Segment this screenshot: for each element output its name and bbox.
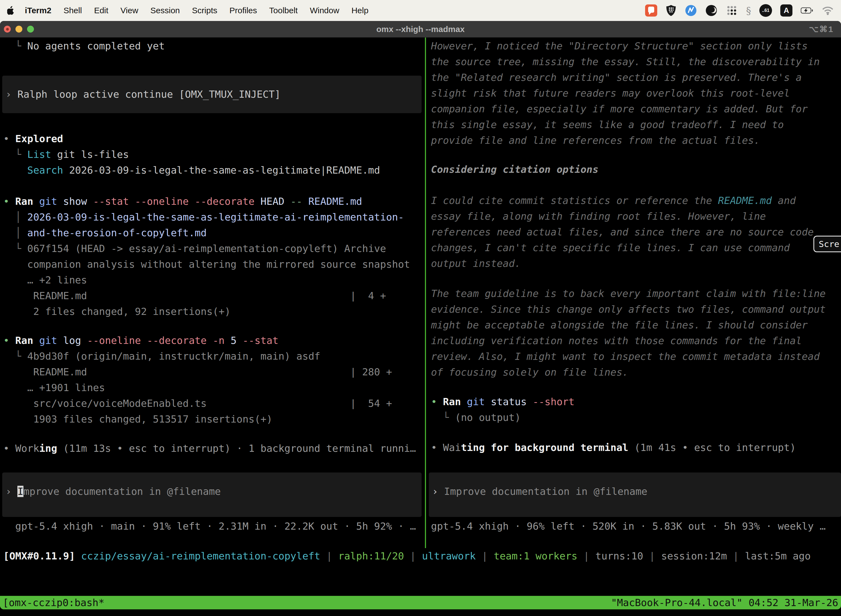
- text-segment: •: [431, 396, 443, 407]
- text-segment: Explored: [15, 133, 63, 144]
- text-segment: Search: [27, 164, 63, 176]
- text-segment: HEAD: [254, 196, 290, 207]
- tmux-pane-left[interactable]: └ No agents completed yet› Ralph loop ac…: [0, 38, 424, 548]
- git-show-output-line: companion analysis without altering the …: [3, 257, 424, 272]
- screen-edge-tooltip[interactable]: Scre: [813, 236, 841, 252]
- text-segment: [3, 149, 15, 160]
- omx-status-bar: [OMX#0.11.9] cczip/essay/ai-reimplementa…: [0, 548, 841, 564]
- macos-menu-bar: iTerm2 Shell Edit View Session Scripts P…: [0, 0, 841, 21]
- text-segment: [431, 412, 443, 423]
- git-log-output-line: … +1901 lines: [3, 380, 424, 396]
- menu-item-help[interactable]: Help: [352, 6, 369, 15]
- text-segment: review. Also, I might want to inspect th…: [431, 351, 820, 362]
- menu-item-iterm2[interactable]: iTerm2: [25, 6, 51, 15]
- close-button[interactable]: [4, 26, 11, 32]
- text-segment: [3, 414, 33, 425]
- text-segment: I: [18, 486, 23, 497]
- dots-grid-icon[interactable]: [726, 4, 738, 16]
- text-segment: … +2 lines: [27, 274, 87, 286]
- ralph-loop-banner-box[interactable]: › Ralph loop active continue [OMX_TMUX_I…: [2, 76, 422, 113]
- text-segment: |: [643, 550, 661, 562]
- text-segment: the "Related research writing" section i…: [431, 72, 802, 83]
- text-segment: |: [320, 550, 338, 562]
- text-segment: ›: [6, 486, 18, 497]
- ralph-loop-banner[interactable]: › Ralph loop active continue [OMX_TMUX_I…: [6, 87, 418, 102]
- menu-item-view[interactable]: View: [120, 6, 138, 15]
- text-segment: and: [772, 195, 796, 206]
- text-segment: 5: [231, 335, 243, 346]
- reasoning-line: review. Also, I might want to inspect th…: [431, 349, 837, 364]
- minimize-button[interactable]: [15, 26, 22, 32]
- explored-list-line: └ List git ls-files: [3, 147, 424, 162]
- text-segment: 2 files changed, 92 insertions(+): [33, 306, 230, 317]
- ran-git-log-header: • Ran git log --oneline --decorate -n 5 …: [3, 333, 424, 348]
- text-segment: README.md: [308, 196, 362, 207]
- text-segment: [3, 164, 27, 176]
- text-segment: (1m 41s • esc to interrupt): [628, 442, 796, 453]
- text-segment: [3, 366, 33, 378]
- text-segment: ›: [432, 486, 444, 497]
- tmux-pane-right[interactable]: However, I noticed the "Directory Struct…: [426, 38, 841, 548]
- text-segment: [3, 351, 15, 362]
- text-segment: ting for background terminal: [461, 442, 628, 453]
- text-segment: •: [431, 442, 443, 453]
- text-segment: [461, 396, 467, 407]
- tmux-session-label[interactable]: [omx-cczip0:bash*: [3, 596, 104, 609]
- squiggle-icon[interactable]: §: [746, 5, 751, 16]
- omx-mode: ultrawork: [422, 550, 476, 562]
- text-segment: git: [39, 196, 57, 207]
- git-show-output-line: … +2 lines: [3, 272, 424, 288]
- wifi-icon[interactable]: [822, 6, 834, 15]
- prompt-input-box[interactable]: › Improve documentation in @filename: [2, 472, 422, 517]
- usage-badge-icon[interactable]: ..61: [759, 4, 772, 17]
- prompt-input[interactable]: › Improve documentation in @filename: [6, 484, 418, 499]
- text-segment: [3, 382, 27, 393]
- menu-item-session[interactable]: Session: [150, 6, 180, 15]
- omx-ralph-count: ralph:11/20: [338, 550, 404, 562]
- text-segment: README.md: [718, 195, 772, 206]
- text-segment: [75, 550, 81, 562]
- text-segment: Ran: [443, 396, 461, 407]
- crescent-icon[interactable]: [705, 4, 717, 16]
- text-segment: ›: [6, 89, 18, 100]
- menu-item-scripts[interactable]: Scripts: [192, 6, 217, 15]
- text-segment: Work: [15, 443, 39, 454]
- tmux-pane-divider[interactable]: [424, 38, 426, 548]
- text-segment: [3, 274, 27, 286]
- reasoning-line: I could cite commit statistics or refere…: [431, 193, 837, 208]
- text-segment: └: [15, 149, 27, 160]
- omx-status-line: [OMX#0.11.9] cczip/essay/ai-reimplementa…: [3, 548, 841, 564]
- text-segment: •: [3, 335, 15, 346]
- a-app-icon[interactable]: A: [780, 4, 793, 16]
- menu-item-toolbelt[interactable]: Toolbelt: [269, 6, 298, 15]
- text-segment: slight risk that future readers may over…: [431, 88, 790, 99]
- text-segment: might be acceptable alongside the file l…: [431, 319, 807, 331]
- prompt-input[interactable]: › Improve documentation in @filename: [432, 484, 838, 499]
- omx-version: [OMX#0.11.9]: [3, 550, 75, 562]
- text-segment: mprove documentation in @filename: [23, 486, 221, 497]
- text-segment: git ls-files: [51, 149, 129, 160]
- reasoning-line: provide file and line references from th…: [431, 132, 837, 148]
- menu-item-shell[interactable]: Shell: [63, 6, 82, 15]
- traffic-lights: [4, 21, 34, 37]
- tmux-host-clock-label: "MacBook-Pro-44.local" 04:52 31-Mar-26: [611, 596, 838, 609]
- reasoning-line: essay file, along with finding root file…: [431, 208, 837, 224]
- zoom-button[interactable]: [27, 26, 34, 32]
- reasoning-line: of focusing solely on file lines.: [431, 364, 837, 380]
- window-title-bar[interactable]: omx --xhigh --madmax ⌥⌘1: [0, 21, 841, 38]
- chat-app-icon[interactable]: [645, 4, 657, 16]
- text-segment: List: [27, 149, 51, 160]
- shield-icon[interactable]: [665, 4, 677, 16]
- text-segment: No agents completed yet: [27, 40, 165, 51]
- text-segment: references need actual files, and since …: [431, 226, 814, 238]
- prompt-input-box[interactable]: › Improve documentation in @filename: [429, 472, 841, 517]
- battery-icon[interactable]: [801, 7, 813, 14]
- menu-item-edit[interactable]: Edit: [94, 6, 108, 15]
- apple-menu-icon[interactable]: [7, 6, 14, 15]
- text-segment: |: [577, 550, 595, 562]
- zigzag-badge-icon[interactable]: [685, 4, 697, 16]
- git-show-output-line: README.md | 4 +: [3, 288, 424, 304]
- menu-item-window[interactable]: Window: [310, 6, 339, 15]
- text-segment: However, I noticed the "Directory Struct…: [431, 40, 807, 51]
- menu-item-profiles[interactable]: Profiles: [229, 6, 257, 15]
